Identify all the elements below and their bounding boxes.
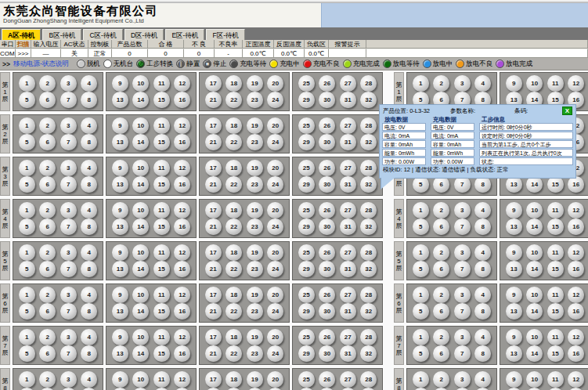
cell-circle[interactable]: 2 — [39, 75, 56, 92]
cell-circle[interactable]: 28 — [360, 75, 377, 92]
cell-circle[interactable]: 2 — [39, 160, 56, 176]
cell-circle[interactable]: 9 — [112, 244, 128, 261]
cell-circle[interactable]: 13 — [112, 134, 128, 150]
cell-circle[interactable]: 16 — [174, 176, 190, 193]
cell-circle[interactable]: 15 — [153, 261, 170, 277]
cell-circle[interactable]: 11 — [547, 287, 564, 303]
cell-circle[interactable]: 24 — [267, 134, 283, 150]
cell-circle[interactable]: 28 — [360, 160, 377, 176]
cell-circle[interactable]: 31 — [340, 218, 356, 235]
tab-e-zone[interactable]: E区-待机 — [165, 29, 204, 40]
cell-circle[interactable]: 31 — [340, 92, 356, 108]
cell-circle[interactable]: 2 — [39, 202, 56, 218]
cell-circle[interactable]: 3 — [454, 371, 471, 388]
cell-circle[interactable]: 3 — [60, 75, 77, 92]
cell-circle[interactable]: 13 — [112, 303, 128, 320]
cell-circle[interactable]: 30 — [319, 261, 335, 277]
cell-circle[interactable]: 1 — [413, 329, 429, 345]
cell-circle[interactable]: 29 — [298, 92, 315, 108]
cell-circle[interactable]: 10 — [132, 244, 149, 261]
cell-circle[interactable]: 24 — [267, 261, 283, 277]
cell-circle[interactable]: 9 — [112, 371, 128, 388]
cell-circle[interactable]: 25 — [298, 202, 315, 218]
cell-circle[interactable]: 4 — [81, 287, 97, 303]
cell-circle[interactable]: 16 — [174, 134, 190, 150]
cell-circle[interactable]: 6 — [39, 92, 56, 108]
cell-circle[interactable]: 13 — [112, 261, 128, 277]
cell-circle[interactable]: 26 — [319, 202, 335, 218]
cell-circle[interactable]: 5 — [19, 134, 35, 150]
cell-circle[interactable]: 20 — [267, 75, 283, 92]
cell-circle[interactable]: 1 — [19, 244, 35, 261]
cell-circle[interactable]: 8 — [474, 218, 491, 235]
cell-circle[interactable]: 8 — [474, 345, 491, 362]
cell-circle[interactable]: 15 — [153, 92, 170, 108]
cell-circle[interactable]: 5 — [19, 261, 35, 277]
cell-circle[interactable]: 17 — [205, 117, 222, 134]
cell-circle[interactable]: 23 — [247, 303, 263, 320]
cell-circle[interactable]: 2 — [433, 75, 449, 92]
cell-circle[interactable]: 22 — [225, 261, 242, 277]
cell-circle[interactable]: 22 — [225, 345, 242, 362]
cell-circle[interactable]: 3 — [60, 244, 77, 261]
cell-circle[interactable]: 20 — [267, 287, 283, 303]
cell-circle[interactable]: 20 — [267, 117, 283, 134]
cell-circle[interactable]: 7 — [454, 176, 471, 193]
cell-circle[interactable]: 12 — [174, 329, 190, 345]
cell-circle[interactable]: 1 — [413, 287, 429, 303]
cell-circle[interactable]: 6 — [39, 261, 56, 277]
cell-circle[interactable]: 29 — [298, 176, 315, 193]
cell-circle[interactable]: 4 — [81, 117, 97, 134]
cell-circle[interactable]: 7 — [60, 218, 77, 235]
cell-circle[interactable]: 25 — [298, 160, 315, 176]
cell-circle[interactable]: 11 — [153, 371, 170, 388]
cell-circle[interactable]: 8 — [474, 261, 491, 277]
cell-circle[interactable]: 29 — [298, 218, 315, 235]
cell-circle[interactable]: 19 — [247, 244, 263, 261]
cell-circle[interactable]: 18 — [225, 329, 242, 345]
cell-circle[interactable]: 5 — [413, 303, 429, 320]
cell-circle[interactable]: 4 — [474, 371, 491, 388]
cell-circle[interactable]: 15 — [547, 176, 564, 193]
cell-circle[interactable]: 8 — [81, 218, 97, 235]
cell-circle[interactable]: 14 — [132, 176, 149, 193]
cell-circle[interactable]: 19 — [247, 75, 263, 92]
cell-circle[interactable]: 26 — [319, 287, 335, 303]
cell-circle[interactable]: 23 — [247, 176, 263, 193]
cell-circle[interactable]: 10 — [526, 202, 543, 218]
cell-circle[interactable]: 29 — [298, 261, 315, 277]
cell-circle[interactable]: 2 — [39, 244, 56, 261]
cell-circle[interactable]: 12 — [568, 244, 584, 261]
cell-circle[interactable]: 1 — [413, 202, 429, 218]
cell-circle[interactable]: 3 — [60, 202, 77, 218]
cell-circle[interactable]: 13 — [112, 92, 128, 108]
cell-circle[interactable]: 20 — [267, 244, 283, 261]
cell-circle[interactable]: 22 — [225, 218, 242, 235]
cell-circle[interactable]: 13 — [506, 176, 522, 193]
cell-circle[interactable]: 12 — [568, 287, 584, 303]
cell-circle[interactable]: 16 — [174, 303, 190, 320]
cell-circle[interactable]: 9 — [506, 287, 522, 303]
cell-circle[interactable]: 14 — [132, 134, 149, 150]
cell-circle[interactable]: 1 — [413, 244, 429, 261]
cell-circle[interactable]: 1 — [19, 329, 35, 345]
cell-circle[interactable]: 32 — [360, 261, 377, 277]
cell-circle[interactable]: 20 — [267, 371, 283, 388]
cell-circle[interactable]: 8 — [81, 303, 97, 320]
cell-circle[interactable]: 9 — [506, 329, 522, 345]
cell-circle[interactable]: 26 — [319, 160, 335, 176]
cell-circle[interactable]: 1 — [19, 75, 35, 92]
cell-circle[interactable]: 23 — [247, 134, 263, 150]
cell-circle[interactable]: 32 — [360, 92, 377, 108]
cell-circle[interactable]: 6 — [39, 176, 56, 193]
cell-circle[interactable]: 13 — [506, 218, 522, 235]
cell-circle[interactable]: 10 — [132, 117, 149, 134]
cell-circle[interactable]: 12 — [174, 244, 190, 261]
cell-circle[interactable]: 13 — [112, 218, 128, 235]
cell-circle[interactable]: 26 — [319, 75, 335, 92]
cell-circle[interactable]: 7 — [454, 345, 471, 362]
cell-circle[interactable]: 28 — [360, 117, 377, 134]
cell-circle[interactable]: 32 — [360, 218, 377, 235]
cell-circle[interactable]: 29 — [298, 303, 315, 320]
cell-circle[interactable]: 15 — [153, 218, 170, 235]
